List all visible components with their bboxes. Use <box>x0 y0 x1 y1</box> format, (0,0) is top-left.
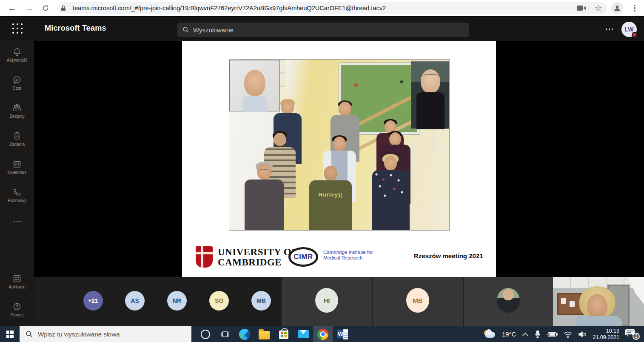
camera-in-use-icon[interactable] <box>573 5 590 11</box>
file-explorer-button[interactable] <box>254 326 274 342</box>
edge-icon <box>239 329 250 340</box>
mail-icon <box>298 330 309 338</box>
microsoft-store-button[interactable] <box>274 326 294 342</box>
staircase-baluster <box>423 128 425 166</box>
browser-back-icon[interactable]: ← <box>5 0 20 16</box>
webcam-person-face <box>587 294 607 318</box>
participant-overflow-avatar[interactable]: +21 <box>83 291 103 311</box>
self-video-feed[interactable] <box>553 277 644 326</box>
file-explorer-icon <box>259 331 270 339</box>
bell-icon <box>12 47 22 57</box>
phone-icon <box>12 187 22 197</box>
sidebar-item-teams[interactable]: Zespoły <box>0 103 34 119</box>
participants-strip: +21 AS NR SO MB HI MB <box>34 277 644 326</box>
group-photo: Hurley)( <box>229 59 450 231</box>
backpack-icon <box>12 131 22 141</box>
profile-initials: LW <box>625 26 634 33</box>
cambridge-shield-logo <box>196 246 213 268</box>
system-tray: 19°C 10:13 21.09.2021 2 <box>483 328 644 341</box>
word-button[interactable]: W <box>333 326 352 342</box>
mail-button[interactable] <box>294 326 313 342</box>
sidebar-item-activity[interactable]: Aktywność <box>0 47 34 63</box>
teams-sidebar: Aktywność Czat Zespoły Zadania Kalendarz… <box>0 41 34 326</box>
inset-headshot-right <box>411 61 450 129</box>
taskbar-search-placeholder: Wpisz tu wyszukiwane słowa <box>38 331 120 338</box>
sidebar-item-calendar[interactable]: Kalendarz <box>0 159 34 175</box>
notification-center-button[interactable]: 2 <box>625 329 640 340</box>
teams-header: Microsoft Teams Wyszukiwanie LW <box>0 17 644 41</box>
shared-slide: Hurley)( UNIVERSITY OF CAMBRIDGE CIMR Ca… <box>182 41 496 277</box>
staircase-baluster <box>412 140 414 179</box>
app-launcher-waffle-icon[interactable] <box>12 23 23 34</box>
search-icon <box>182 26 189 33</box>
participant-avatar[interactable]: SO <box>209 291 229 311</box>
edge-button[interactable] <box>235 326 254 342</box>
webcam-person-body <box>575 316 622 326</box>
microphone-icon[interactable] <box>535 330 541 339</box>
browser-menu-icon[interactable] <box>630 0 640 16</box>
participant-video-tile[interactable] <box>464 277 553 326</box>
date: 21.09.2021 <box>593 334 619 341</box>
taskbar-search-input[interactable]: Wpisz tu wyszukiwane słowa <box>20 326 191 342</box>
teams-search-input[interactable]: Wyszukiwanie <box>177 23 469 37</box>
chrome-button-active[interactable] <box>313 326 333 342</box>
participant-avatar[interactable]: MB <box>251 291 271 311</box>
weather-icon[interactable] <box>483 330 496 339</box>
participant-avatar[interactable]: NR <box>167 291 187 311</box>
store-icon <box>279 331 288 339</box>
participant-video-tile[interactable]: MB <box>373 277 463 326</box>
slide-caption: Rzeszów meeting 2021 <box>414 252 483 259</box>
sidebar-more-apps-icon[interactable] <box>0 221 34 222</box>
participant-avatar[interactable]: AS <box>125 291 145 311</box>
bookmark-star-icon[interactable]: ☆ <box>590 3 607 13</box>
cortana-button[interactable] <box>196 326 215 342</box>
windows-logo-icon <box>6 331 14 338</box>
show-hidden-icons-chevron[interactable] <box>522 332 529 336</box>
sidebar-item-apps[interactable]: Aplikacje <box>0 274 34 289</box>
participant-avatar: MB <box>406 288 429 313</box>
network-signal-icon[interactable] <box>564 331 572 338</box>
cortana-icon <box>201 330 210 339</box>
task-view-button[interactable] <box>215 326 235 342</box>
address-bar[interactable]: teams.microsoft.com/_#/pre-join-calling/… <box>57 2 607 14</box>
meeting-stage: Hurley)( UNIVERSITY OF CAMBRIDGE CIMR Ca… <box>34 41 644 277</box>
time: 10:13 <box>593 328 619 334</box>
clock[interactable]: 10:13 21.09.2021 <box>593 328 619 341</box>
chat-icon <box>12 75 22 85</box>
screen: ← → teams.microsoft.com/_#/pre-join-call… <box>0 0 644 342</box>
lock-icon[interactable] <box>57 5 69 11</box>
windows-taskbar: Wpisz tu wyszukiwane słowa W 19°C 10:13 … <box>0 326 644 342</box>
word-icon: W <box>337 329 348 339</box>
inset-headshot-left <box>229 60 280 111</box>
participant-video-tile[interactable]: HI <box>282 277 372 326</box>
battery-charging-icon[interactable] <box>547 331 558 337</box>
temperature-readout[interactable]: 19°C <box>502 331 516 338</box>
start-button[interactable] <box>0 326 20 342</box>
notification-count-badge: 2 <box>633 333 640 340</box>
teams-more-options-icon[interactable] <box>606 28 613 30</box>
task-view-icon <box>220 329 230 339</box>
shirt-logo-text: Hurley)( <box>309 191 352 198</box>
browser-toolbar: ← → teams.microsoft.com/_#/pre-join-call… <box>0 0 644 16</box>
sidebar-item-assignments[interactable]: Zadania <box>0 131 34 147</box>
cambridge-wordmark: UNIVERSITY OF CAMBRIDGE <box>218 247 298 268</box>
url-text[interactable]: teams.microsoft.com/_#/pre-join-calling/… <box>73 5 573 11</box>
chrome-icon <box>317 329 328 340</box>
question-icon <box>12 302 22 312</box>
app-grid-icon <box>12 274 22 284</box>
sidebar-item-help[interactable]: Pomoc <box>0 302 34 317</box>
app-title: Microsoft Teams <box>45 24 106 33</box>
cimr-logo: CIMR <box>288 247 318 267</box>
browser-profile-avatar[interactable] <box>611 2 623 14</box>
browser-forward-icon[interactable]: → <box>22 0 37 16</box>
participant-photo-avatar <box>497 288 520 313</box>
sidebar-item-calls[interactable]: Rozmowy <box>0 187 34 203</box>
search-placeholder: Wyszukiwanie <box>193 26 234 34</box>
presence-busy-dot <box>632 32 637 37</box>
volume-muted-icon[interactable] <box>578 331 587 338</box>
teams-people-icon <box>11 103 23 113</box>
search-icon <box>26 331 33 338</box>
browser-reload-icon[interactable] <box>38 0 53 16</box>
participant-avatar: HI <box>315 288 338 313</box>
sidebar-item-chat[interactable]: Czat <box>0 75 34 91</box>
